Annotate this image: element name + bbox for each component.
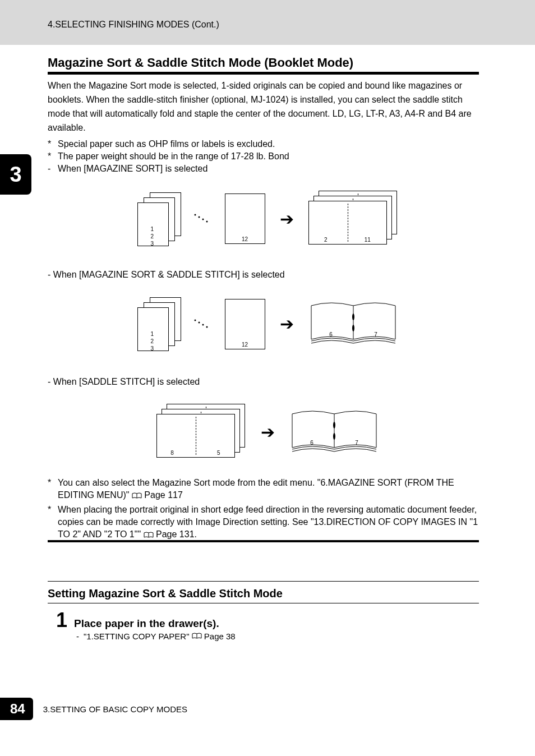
bullet-list: * Special paper such as OHP films or lab… (48, 138, 479, 175)
list-item: - When [MAGAZINE SORT] is selected (48, 163, 479, 175)
last-page: 12 (225, 299, 265, 349)
bullet-mark: * (48, 477, 58, 501)
footer-text: 3.SETTING OF BASIC COPY MODES (43, 704, 187, 714)
text: You can also select the Magazine Sort mo… (58, 478, 454, 500)
page-number: 11 (365, 237, 371, 243)
book-ref-icon (132, 490, 142, 497)
page-number-badge: 84 (0, 698, 33, 720)
diagram-magazine-saddle: 1 2 3 12 ➔ 6 7 (0, 297, 535, 351)
last-page: 12 (225, 193, 265, 244)
sheet-label: 1 (151, 331, 154, 337)
input-spread-stack: 121 103 85 (156, 404, 246, 460)
page-number: 5 (217, 450, 220, 456)
step-number: 1 (56, 609, 67, 632)
bullet-text: When [MAGAZINE SORT] is selected (58, 163, 207, 175)
text: When placing the portrait original in sh… (58, 505, 478, 539)
section-title: Magazine Sort & Saddle Stitch Mode (Book… (48, 56, 353, 70)
sub-heading: - When [SADDLE STITCH] is selected (48, 377, 200, 387)
list-item: * Special paper such as OHP films or lab… (48, 138, 479, 150)
thin-rule (48, 603, 479, 603)
svg-point-4 (194, 319, 196, 321)
arrow-right-icon: ➔ (275, 314, 298, 334)
text: "1.SETTING COPY PAPER" (84, 631, 192, 641)
svg-point-1 (198, 216, 200, 218)
bullet-mark: - (48, 163, 58, 175)
page-ref: Page 131. (156, 529, 197, 539)
svg-point-3 (206, 221, 207, 223)
ellipsis-icon (192, 210, 215, 227)
list-item: * You can also select the Magazine Sort … (48, 477, 479, 501)
arrow-right-icon: ➔ (275, 209, 298, 229)
sheet-label: 2 (151, 338, 154, 344)
svg-point-13 (333, 433, 335, 440)
page-ref: Page 38 (204, 631, 236, 641)
page-number: 7 (374, 331, 377, 338)
rule (48, 72, 479, 75)
output-spread-stack: 67 49 211 (308, 191, 398, 247)
svg-point-9 (352, 314, 354, 320)
book-ref-icon (192, 631, 202, 638)
sheet-label: 1 (151, 226, 154, 232)
list-item: * The paper weight should be in the rang… (48, 150, 479, 163)
footer: 84 3.SETTING OF BASIC COPY MODES (0, 698, 187, 720)
bullet-text: Special paper such as OHP films or label… (58, 138, 275, 150)
page-number: 6 (329, 331, 333, 338)
notes-list: * You can also select the Magazine Sort … (48, 477, 479, 543)
page-number: 12 (225, 342, 265, 348)
originals-stack: 1 2 3 (137, 297, 182, 351)
subsection-title: Setting Magazine Sort & Saddle Stitch Mo… (48, 587, 283, 600)
note-text: When placing the portrait original in sh… (58, 504, 479, 541)
sheet-label: 2 (151, 233, 154, 239)
bullet-mark: * (48, 138, 58, 150)
page-number: 12 (225, 236, 265, 242)
page-number: 2 (324, 237, 328, 243)
bullet-mark: * (48, 504, 58, 541)
chapter-tab: 3 (0, 154, 31, 195)
bullet-mark: - (76, 631, 79, 641)
svg-point-7 (206, 326, 207, 328)
page-ref: Page 117 (144, 490, 183, 500)
ellipsis-icon (192, 316, 215, 333)
sheet-label: 3 (151, 241, 154, 247)
page-number: 8 (170, 450, 174, 456)
booklet-output: 6 7 (308, 297, 398, 351)
diagram-magazine-sort: 1 2 3 12 ➔ 67 49 211 (0, 191, 535, 247)
svg-point-12 (333, 422, 335, 428)
sheet-label: 3 (151, 345, 154, 352)
arrow-right-icon: ➔ (256, 422, 279, 442)
step-sub: - "1.SETTING COPY PAPER" Page 38 (76, 631, 236, 641)
list-item: * When placing the portrait original in … (48, 504, 479, 541)
originals-stack: 1 2 3 (137, 192, 182, 246)
bullet-mark: * (48, 150, 58, 163)
svg-point-2 (202, 219, 204, 220)
book-ref-icon (144, 529, 154, 536)
step-text: Place paper in the drawer(s). (74, 617, 219, 630)
breadcrumb: 4.SELECTING FINISHING MODES (Cont.) (48, 20, 219, 30)
booklet-output: 6 7 (289, 405, 379, 459)
bullet-text: The paper weight should be in the range … (58, 150, 289, 163)
page-number: 6 (310, 440, 313, 446)
svg-point-6 (202, 324, 204, 325)
diagram-saddle-only: 121 103 85 ➔ 6 7 (0, 404, 535, 460)
step: 1 Place paper in the drawer(s). (56, 609, 219, 632)
sub-heading: - When [MAGAZINE SORT & SADDLE STITCH] i… (48, 270, 285, 280)
page-number: 7 (355, 440, 358, 446)
svg-point-10 (352, 325, 354, 331)
thin-rule (48, 581, 479, 582)
svg-point-5 (198, 321, 200, 323)
intro-paragraph: When the Magazine Sort mode is selected,… (48, 79, 479, 135)
note-text: You can also select the Magazine Sort mo… (58, 477, 479, 501)
rule (48, 540, 479, 542)
svg-point-0 (194, 214, 196, 216)
